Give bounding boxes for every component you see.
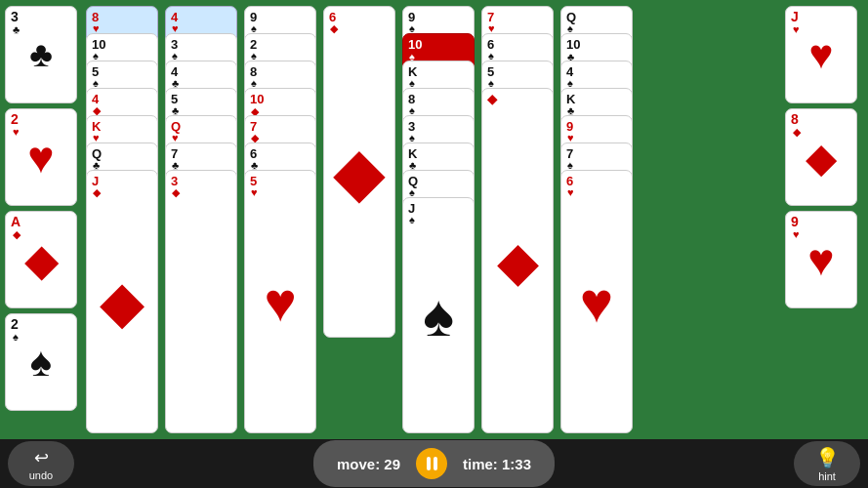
- card[interactable]: 5 ♥ ♥: [244, 170, 316, 433]
- right-foundation: J ♥ ♥ 8 ◆ ◆ 9 ♥ ♥: [785, 6, 863, 308]
- bottom-bar: ↩ undo move: 29 time: 1:33 💡 hint: [0, 439, 868, 488]
- card-rank: J: [791, 10, 799, 23]
- card-suit-center: ♥: [809, 31, 834, 78]
- foundation-3c[interactable]: 3 ♣ ♣: [5, 6, 77, 103]
- tableau-col-4[interactable]: 6 ◆ ◆: [323, 6, 399, 435]
- foundation-2h[interactable]: 2 ♥ ♥: [5, 108, 77, 206]
- tableau: 8 ♥ 10 ♠ 5 ♠ 4 ◆ K ♥: [86, 6, 782, 435]
- game-area: 3 ♣ ♣ 2 ♥ ♥ A ◆ ◆ 2 ♠ ♠: [0, 0, 868, 488]
- card-rank: 2: [11, 112, 19, 126]
- play-field: 3 ♣ ♣ 2 ♥ ♥ A ◆ ◆ 2 ♠ ♠: [0, 0, 868, 439]
- card[interactable]: J ♠ ♠: [402, 197, 475, 433]
- foundation-2s[interactable]: 2 ♠ ♠: [5, 313, 77, 411]
- time-counter: time: 1:33: [463, 456, 531, 472]
- card-suit-small: ♥: [13, 126, 20, 138]
- undo-label: undo: [29, 469, 53, 481]
- card[interactable]: 6 ♥ ♥: [560, 170, 633, 433]
- card-rank: 3: [11, 10, 19, 23]
- card[interactable]: 6 ◆ ◆: [323, 6, 395, 338]
- card-suit-center: ♣: [29, 34, 53, 75]
- card-suit-small: ♣: [13, 23, 20, 35]
- tableau-col-1[interactable]: 8 ♥ 10 ♠ 5 ♠ 4 ◆ K ♥: [86, 6, 162, 435]
- foundation-ad[interactable]: A ◆ ◆: [5, 211, 77, 308]
- pause-button[interactable]: [416, 448, 447, 479]
- hint-label: hint: [818, 470, 836, 482]
- card[interactable]: ◆ ◆: [481, 88, 554, 433]
- tableau-col-5[interactable]: 9 ♠ 10 ♠ K ♠ 8 ♠ 3 ♠: [402, 6, 478, 435]
- undo-button[interactable]: ↩ undo: [8, 441, 74, 486]
- tableau-col-6[interactable]: 7 ♥ 6 ♠ 5 ♠ ◆ ◆: [481, 6, 558, 435]
- card-rank: 2: [11, 317, 19, 331]
- undo-icon: ↩: [34, 447, 49, 468]
- left-foundation: 3 ♣ ♣ 2 ♥ ♥ A ◆ ◆ 2 ♠ ♠: [5, 6, 83, 411]
- card[interactable]: 3 ◆: [165, 170, 237, 433]
- card-rank: 8: [791, 112, 799, 126]
- foundation-jh[interactable]: J ♥ ♥: [785, 6, 857, 103]
- pause-icon: [427, 457, 437, 470]
- card-suit-center: ♥: [27, 131, 54, 183]
- card-rank: A: [11, 215, 21, 228]
- tableau-col-3[interactable]: 9 ♠ 2 ♠ 8 ♠ 10 ◆ 7 ◆: [244, 6, 320, 435]
- hint-button[interactable]: 💡 hint: [794, 441, 860, 486]
- card-suit-small: ♠: [13, 331, 19, 343]
- card-suit-center: ◆: [24, 233, 59, 286]
- tableau-col-2[interactable]: 4 ♥ 3 ♠ 4 ♣ 5 ♣ Q ♥: [165, 6, 241, 435]
- card-suit-small: ◆: [13, 228, 21, 241]
- card-suit-small: ♥: [793, 228, 800, 240]
- foundation-9h[interactable]: 9 ♥ ♥: [785, 211, 857, 308]
- card-suit-center: ◆: [806, 134, 837, 182]
- tableau-col-7[interactable]: Q ♠ 10 ♣ 4 ♠ K ♣ 9 ♥: [560, 6, 637, 435]
- card-suit-center: ♥: [807, 233, 834, 286]
- card-suit-small: ♥: [793, 23, 800, 35]
- card-suit-center: ♠: [30, 339, 52, 386]
- status-bar: move: 29 time: 1:33: [313, 440, 555, 487]
- foundation-8d[interactable]: 8 ◆ ◆: [785, 108, 857, 206]
- card[interactable]: J ◆ ◆: [86, 170, 158, 433]
- move-counter: move: 29: [337, 456, 400, 472]
- card-rank: 9: [791, 215, 799, 228]
- hint-icon: 💡: [815, 446, 840, 469]
- card-suit-small: ◆: [793, 126, 801, 139]
